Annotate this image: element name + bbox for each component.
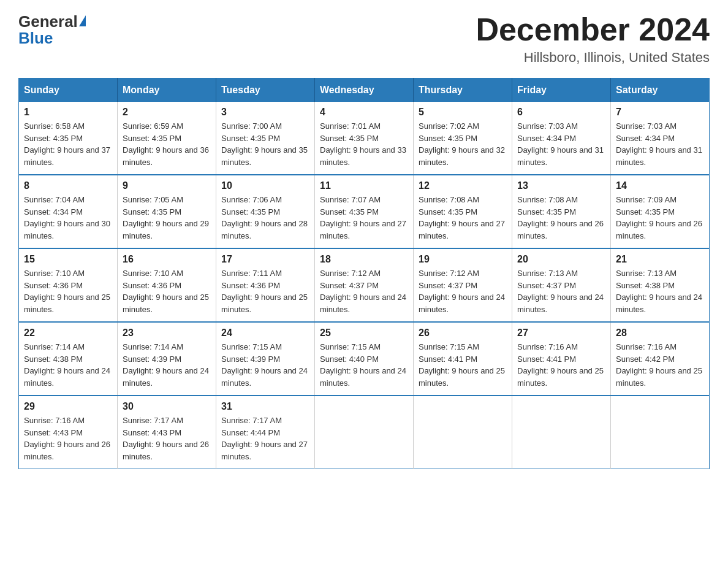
day-info: Sunrise: 7:15 AM Sunset: 4:40 PM Dayligh… (320, 341, 408, 389)
day-number: 23 (123, 327, 211, 339)
day-number: 18 (320, 254, 408, 265)
calendar-cell: 15 Sunrise: 7:10 AM Sunset: 4:36 PM Dayl… (19, 248, 118, 322)
day-number: 25 (320, 327, 408, 339)
day-number: 30 (123, 401, 211, 412)
calendar-cell (512, 396, 611, 469)
calendar-cell: 4 Sunrise: 7:01 AM Sunset: 4:35 PM Dayli… (315, 102, 414, 175)
day-number: 26 (419, 327, 507, 339)
calendar-cell: 30 Sunrise: 7:17 AM Sunset: 4:43 PM Dayl… (118, 396, 216, 469)
calendar-cell: 23 Sunrise: 7:14 AM Sunset: 4:39 PM Dayl… (118, 322, 216, 396)
week-row-2: 8 Sunrise: 7:04 AM Sunset: 4:34 PM Dayli… (19, 175, 710, 248)
calendar-cell: 12 Sunrise: 7:08 AM Sunset: 4:35 PM Dayl… (414, 175, 512, 248)
calendar-cell: 27 Sunrise: 7:16 AM Sunset: 4:41 PM Dayl… (512, 322, 611, 396)
day-number: 3 (221, 107, 309, 118)
day-number: 2 (123, 107, 211, 118)
month-year-title: December 2024 (476, 12, 710, 47)
day-number: 5 (419, 107, 507, 118)
day-info: Sunrise: 7:02 AM Sunset: 4:35 PM Dayligh… (419, 120, 507, 168)
calendar-cell: 5 Sunrise: 7:02 AM Sunset: 4:35 PM Dayli… (414, 102, 512, 175)
day-info: Sunrise: 7:10 AM Sunset: 4:36 PM Dayligh… (123, 267, 211, 315)
calendar-cell: 17 Sunrise: 7:11 AM Sunset: 4:36 PM Dayl… (216, 248, 315, 322)
day-number: 22 (24, 327, 112, 339)
day-info: Sunrise: 7:16 AM Sunset: 4:43 PM Dayligh… (24, 415, 112, 462)
day-number: 24 (221, 327, 309, 339)
calendar-cell: 20 Sunrise: 7:13 AM Sunset: 4:37 PM Dayl… (512, 248, 611, 322)
day-number: 14 (616, 180, 704, 191)
day-info: Sunrise: 7:16 AM Sunset: 4:42 PM Dayligh… (616, 341, 704, 389)
header-monday: Monday (118, 79, 216, 102)
day-info: Sunrise: 7:04 AM Sunset: 4:34 PM Dayligh… (24, 194, 112, 242)
day-info: Sunrise: 7:14 AM Sunset: 4:39 PM Dayligh… (123, 341, 211, 389)
calendar-cell: 9 Sunrise: 7:05 AM Sunset: 4:35 PM Dayli… (118, 175, 216, 248)
calendar-cell: 13 Sunrise: 7:08 AM Sunset: 4:35 PM Dayl… (512, 175, 611, 248)
week-row-4: 22 Sunrise: 7:14 AM Sunset: 4:38 PM Dayl… (19, 322, 710, 396)
page-header: General Blue December 2024 Hillsboro, Il… (18, 12, 710, 66)
calendar-cell: 28 Sunrise: 7:16 AM Sunset: 4:42 PM Dayl… (611, 322, 710, 396)
day-info: Sunrise: 6:59 AM Sunset: 4:35 PM Dayligh… (123, 120, 211, 168)
calendar-cell: 25 Sunrise: 7:15 AM Sunset: 4:40 PM Dayl… (315, 322, 414, 396)
day-info: Sunrise: 7:06 AM Sunset: 4:35 PM Dayligh… (221, 194, 309, 242)
day-info: Sunrise: 7:17 AM Sunset: 4:44 PM Dayligh… (221, 415, 309, 462)
calendar-cell: 6 Sunrise: 7:03 AM Sunset: 4:34 PM Dayli… (512, 102, 611, 175)
calendar-cell: 29 Sunrise: 7:16 AM Sunset: 4:43 PM Dayl… (19, 396, 118, 469)
day-number: 15 (24, 254, 112, 265)
day-info: Sunrise: 7:12 AM Sunset: 4:37 PM Dayligh… (320, 267, 408, 315)
calendar-cell: 14 Sunrise: 7:09 AM Sunset: 4:35 PM Dayl… (611, 175, 710, 248)
day-info: Sunrise: 7:13 AM Sunset: 4:37 PM Dayligh… (517, 267, 605, 315)
day-info: Sunrise: 7:05 AM Sunset: 4:35 PM Dayligh… (123, 194, 211, 242)
day-number: 9 (123, 180, 211, 191)
day-number: 10 (221, 180, 309, 191)
header-sunday: Sunday (19, 79, 118, 102)
calendar-cell: 2 Sunrise: 6:59 AM Sunset: 4:35 PM Dayli… (118, 102, 216, 175)
header-friday: Friday (512, 79, 611, 102)
location-subtitle: Hillsboro, Illinois, United States (476, 50, 710, 66)
calendar-cell: 8 Sunrise: 7:04 AM Sunset: 4:34 PM Dayli… (19, 175, 118, 248)
logo-blue-text: Blue (18, 29, 53, 48)
calendar-cell: 16 Sunrise: 7:10 AM Sunset: 4:36 PM Dayl… (118, 248, 216, 322)
day-info: Sunrise: 6:58 AM Sunset: 4:35 PM Dayligh… (24, 120, 112, 168)
day-info: Sunrise: 7:00 AM Sunset: 4:35 PM Dayligh… (221, 120, 309, 168)
calendar-cell: 22 Sunrise: 7:14 AM Sunset: 4:38 PM Dayl… (19, 322, 118, 396)
calendar-cell: 7 Sunrise: 7:03 AM Sunset: 4:34 PM Dayli… (611, 102, 710, 175)
day-number: 20 (517, 254, 605, 265)
day-number: 21 (616, 254, 704, 265)
day-info: Sunrise: 7:08 AM Sunset: 4:35 PM Dayligh… (419, 194, 507, 242)
title-area: December 2024 Hillsboro, Illinois, Unite… (476, 12, 710, 66)
day-number: 29 (24, 401, 112, 412)
calendar-header-row: SundayMondayTuesdayWednesdayThursdayFrid… (19, 79, 710, 102)
day-number: 4 (320, 107, 408, 118)
day-number: 7 (616, 107, 704, 118)
calendar-table: SundayMondayTuesdayWednesdayThursdayFrid… (18, 78, 710, 469)
calendar-cell: 10 Sunrise: 7:06 AM Sunset: 4:35 PM Dayl… (216, 175, 315, 248)
calendar-cell (611, 396, 710, 469)
header-saturday: Saturday (611, 79, 710, 102)
day-number: 13 (517, 180, 605, 191)
header-wednesday: Wednesday (315, 79, 414, 102)
calendar-cell: 19 Sunrise: 7:12 AM Sunset: 4:37 PM Dayl… (414, 248, 512, 322)
calendar-cell: 3 Sunrise: 7:00 AM Sunset: 4:35 PM Dayli… (216, 102, 315, 175)
day-info: Sunrise: 7:11 AM Sunset: 4:36 PM Dayligh… (221, 267, 309, 315)
day-number: 12 (419, 180, 507, 191)
calendar-cell (315, 396, 414, 469)
day-info: Sunrise: 7:07 AM Sunset: 4:35 PM Dayligh… (320, 194, 408, 242)
day-number: 1 (24, 107, 112, 118)
logo-triangle-icon (79, 15, 86, 26)
day-info: Sunrise: 7:03 AM Sunset: 4:34 PM Dayligh… (517, 120, 605, 168)
calendar-cell: 24 Sunrise: 7:15 AM Sunset: 4:39 PM Dayl… (216, 322, 315, 396)
day-info: Sunrise: 7:15 AM Sunset: 4:41 PM Dayligh… (419, 341, 507, 389)
day-number: 31 (221, 401, 309, 412)
day-number: 27 (517, 327, 605, 339)
calendar-cell: 1 Sunrise: 6:58 AM Sunset: 4:35 PM Dayli… (19, 102, 118, 175)
day-number: 17 (221, 254, 309, 265)
week-row-3: 15 Sunrise: 7:10 AM Sunset: 4:36 PM Dayl… (19, 248, 710, 322)
logo: General Blue (18, 12, 86, 48)
week-row-5: 29 Sunrise: 7:16 AM Sunset: 4:43 PM Dayl… (19, 396, 710, 469)
day-number: 6 (517, 107, 605, 118)
week-row-1: 1 Sunrise: 6:58 AM Sunset: 4:35 PM Dayli… (19, 102, 710, 175)
calendar-cell: 31 Sunrise: 7:17 AM Sunset: 4:44 PM Dayl… (216, 396, 315, 469)
header-thursday: Thursday (414, 79, 512, 102)
day-number: 11 (320, 180, 408, 191)
calendar-cell: 21 Sunrise: 7:13 AM Sunset: 4:38 PM Dayl… (611, 248, 710, 322)
day-info: Sunrise: 7:15 AM Sunset: 4:39 PM Dayligh… (221, 341, 309, 389)
header-tuesday: Tuesday (216, 79, 315, 102)
